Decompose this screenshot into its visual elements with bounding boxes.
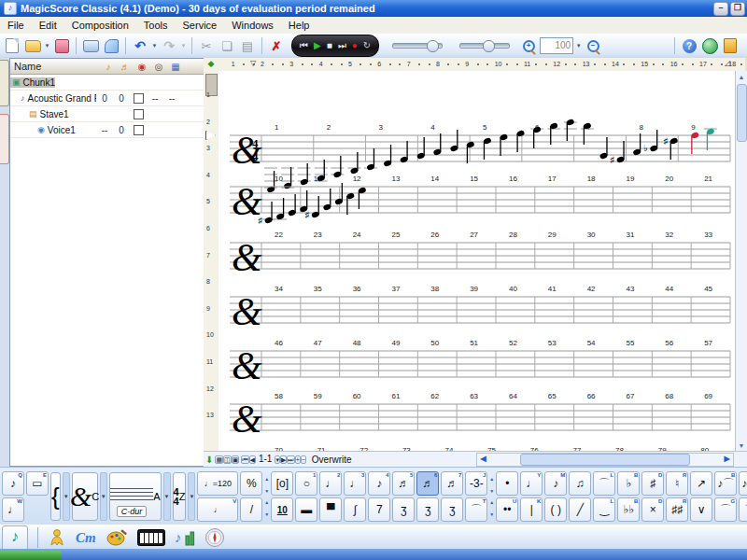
restore-button[interactable]: ❐	[730, 2, 745, 16]
palette-button[interactable]: |K	[520, 497, 543, 522]
palette-button[interactable]: ▭E	[26, 471, 49, 496]
palette-button[interactable]: ♬6	[416, 471, 439, 496]
vruler-cursor[interactable]	[205, 131, 216, 140]
volume-slider-knob[interactable]	[427, 40, 439, 52]
copy-button[interactable]: ❏	[218, 36, 236, 55]
menu-item-service[interactable]: Service	[176, 18, 225, 33]
nav-last-button[interactable]: ⏭	[287, 455, 294, 464]
palette-button[interactable]: ♯D	[641, 471, 664, 496]
palette-button[interactable]: ♩=120	[197, 471, 238, 496]
palette-button[interactable]: ♬5	[392, 471, 415, 496]
open-button[interactable]	[23, 36, 42, 55]
view-mode-button-3[interactable]: ▣	[232, 455, 240, 464]
palette-button[interactable]: ♩2	[319, 471, 342, 496]
palette-button[interactable]: ⌒L	[593, 471, 615, 496]
palette-button[interactable]: ♪⌒F	[739, 471, 747, 496]
loop-button[interactable]: ↻	[363, 41, 371, 50]
paste-button[interactable]: ▤	[238, 36, 257, 55]
cut-button[interactable]: ✂	[197, 36, 216, 55]
palette-spinner[interactable]: ▲▼▲▼	[264, 473, 269, 520]
view-mode-button-1[interactable]: ▦	[215, 455, 223, 464]
help-button[interactable]: ?	[680, 36, 698, 55]
ruler-marker-right[interactable]: ◿	[725, 59, 730, 67]
save-button[interactable]	[52, 36, 71, 55]
palette-button[interactable]: ʒ	[416, 497, 439, 522]
palette-brace-button[interactable]: {	[50, 472, 61, 521]
note-tab[interactable]: ♪	[2, 525, 28, 550]
palette-button[interactable]: ♩W	[2, 497, 24, 522]
tree-row[interactable]: ▣Chunk1	[10, 75, 204, 91]
palette-button[interactable]: ♪Q	[2, 471, 24, 496]
figure-icon[interactable]	[48, 528, 66, 547]
palette-button[interactable]: ʒ	[441, 497, 463, 522]
scroll-up-arrow[interactable]: ▲	[736, 71, 747, 83]
print-preview-button[interactable]	[102, 36, 120, 55]
skip-forward-button[interactable]: ⏭	[338, 41, 346, 50]
compass-icon[interactable]	[204, 527, 225, 548]
open-dropdown[interactable]: ▼	[44, 36, 50, 55]
dock-tab-2[interactable]	[0, 114, 9, 164]
palette-button[interactable]: ▀	[319, 497, 342, 522]
stop-button[interactable]: ■	[327, 41, 332, 50]
undo-button[interactable]: ↶	[131, 36, 149, 55]
palette-dropdown[interactable]: ▼	[188, 472, 195, 521]
score-page[interactable]: 123456789&44♯♭♯101112131415161718192021&…	[218, 71, 736, 452]
palette-button[interactable]: -3-J	[465, 471, 487, 496]
tree-row[interactable]: ▤Stave1	[10, 106, 204, 122]
palette-button[interactable]: ••U	[496, 497, 518, 522]
palette-button[interactable]: ∫	[344, 497, 366, 522]
palette-keysig-button[interactable]: C-durA	[109, 472, 162, 521]
scroll-right-arrow[interactable]: ▶	[721, 454, 733, 464]
palette-button[interactable]: ♭B	[617, 471, 640, 496]
menu-item-tools[interactable]: Tools	[136, 18, 176, 33]
palette-button[interactable]: ‿L	[593, 497, 615, 522]
palette-button[interactable]: [o]	[271, 471, 293, 496]
menu-item-file[interactable]: File	[0, 18, 32, 33]
palette-button[interactable]: ♩3	[344, 471, 366, 496]
goto-icon[interactable]: ⬇	[205, 455, 213, 465]
tree-checkbox[interactable]	[134, 109, 144, 119]
palette-clef-button[interactable]: &C	[72, 472, 98, 521]
zoom-in-button[interactable]: +	[519, 36, 538, 55]
zoom-out-button[interactable]: −	[584, 36, 602, 55]
ruler-origin-button[interactable]: ◆	[204, 58, 218, 72]
tree-row[interactable]: ♪Acoustic Grand Pi...00----	[10, 91, 204, 106]
palette-button[interactable]: ⌒F	[739, 497, 747, 522]
palette-button[interactable]: ♭♭B	[617, 497, 640, 522]
palette-button[interactable]: ⌒T	[465, 497, 487, 522]
menu-item-help[interactable]: Help	[281, 18, 317, 33]
palette-button[interactable]: ♩Y	[520, 471, 543, 496]
palette-button[interactable]: ↗	[690, 471, 712, 496]
ruler-marker-left[interactable]: ▽	[250, 59, 256, 67]
new-button[interactable]	[3, 36, 21, 55]
palette-button[interactable]: ♩V	[197, 497, 238, 522]
palette-button[interactable]: ♫	[569, 471, 591, 496]
palette-dropdown[interactable]: ▼	[63, 472, 70, 521]
palette-button[interactable]: ♯♯R	[666, 497, 688, 522]
statistics-icon[interactable]: ♪	[175, 528, 195, 547]
redo-button[interactable]: ↷	[160, 36, 178, 55]
undo-dropdown[interactable]: ▼	[151, 36, 158, 55]
zoom-value-input[interactable]: 100	[540, 37, 573, 54]
zoom-dropdown[interactable]: ▼	[575, 36, 582, 55]
chord-tool-icon[interactable]: Cm	[76, 530, 96, 546]
palette-button[interactable]: ∨	[690, 497, 712, 522]
horizontal-scrollbar[interactable]: ◀ ▶	[476, 453, 734, 467]
palette-button[interactable]: ♮R	[666, 471, 688, 496]
tempo-slider-knob[interactable]	[483, 40, 495, 52]
web-button[interactable]	[700, 36, 719, 55]
palette-button[interactable]: ♪⌒B	[714, 471, 737, 496]
palette-button[interactable]: ♪4	[368, 471, 390, 496]
tree-row[interactable]: ◉Voice1--0	[10, 122, 204, 138]
palette-button[interactable]: •	[496, 471, 518, 496]
palette-button[interactable]: ♪M	[544, 471, 567, 496]
exit-button[interactable]	[721, 36, 740, 55]
nav-plus-button[interactable]: +	[295, 455, 301, 464]
menu-item-composition[interactable]: Composition	[64, 18, 136, 33]
palette-button[interactable]: ▬	[295, 497, 317, 522]
hscroll-thumb[interactable]	[520, 454, 690, 466]
tree-cell[interactable]	[130, 125, 147, 135]
view-mode-button-2[interactable]: ◫	[223, 455, 232, 464]
scroll-left-arrow[interactable]: ◀	[477, 454, 489, 464]
tree-checkbox[interactable]	[134, 125, 144, 135]
